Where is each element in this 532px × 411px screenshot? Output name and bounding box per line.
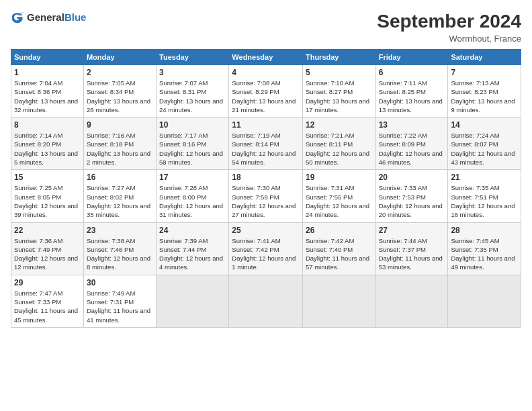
day-number: 3	[159, 68, 226, 77]
day-number: 22	[14, 226, 81, 235]
day-info: Sunrise: 7:21 AMSunset: 8:11 PMDaylight:…	[306, 132, 369, 166]
table-row: 17 Sunrise: 7:28 AMSunset: 8:00 PMDaylig…	[157, 170, 229, 222]
day-number: 28	[451, 226, 518, 235]
day-number: 23	[87, 226, 153, 235]
table-row: 22 Sunrise: 7:36 AMSunset: 7:49 PMDaylig…	[11, 222, 84, 275]
table-row: 29 Sunrise: 7:47 AMSunset: 7:33 PMDaylig…	[11, 275, 84, 327]
calendar-week-row: 15 Sunrise: 7:25 AMSunset: 8:05 PMDaylig…	[11, 170, 521, 222]
day-number: 11	[232, 120, 300, 130]
day-info: Sunrise: 7:49 AMSunset: 7:31 PMDaylight:…	[87, 289, 150, 324]
calendar-week-row: 8 Sunrise: 7:14 AMSunset: 8:20 PMDayligh…	[11, 118, 521, 170]
table-row: 4 Sunrise: 7:08 AMSunset: 8:29 PMDayligh…	[229, 65, 303, 118]
header-monday: Monday	[83, 50, 156, 65]
table-row: 1 Sunrise: 7:04 AMSunset: 8:36 PMDayligh…	[11, 65, 84, 118]
table-row	[302, 275, 375, 327]
table-row: 25 Sunrise: 7:41 AMSunset: 7:42 PMDaylig…	[229, 222, 303, 275]
table-row: 14 Sunrise: 7:24 AMSunset: 8:07 PMDaylig…	[448, 118, 521, 170]
day-number: 25	[232, 226, 300, 235]
table-row	[375, 275, 448, 327]
day-number: 13	[379, 120, 445, 130]
day-number: 9	[87, 120, 153, 130]
day-info: Sunrise: 7:45 AMSunset: 7:35 PMDaylight:…	[451, 237, 515, 271]
day-number: 6	[379, 68, 445, 77]
table-row: 21 Sunrise: 7:35 AMSunset: 7:51 PMDaylig…	[448, 170, 521, 222]
day-number: 14	[451, 120, 518, 130]
table-row: 23 Sunrise: 7:38 AMSunset: 7:46 PMDaylig…	[83, 222, 156, 275]
day-number: 29	[14, 278, 81, 287]
day-number: 12	[306, 120, 373, 130]
calendar-page: GeneralBlue September 2024 Wormhout, Fra…	[0, 0, 532, 411]
day-info: Sunrise: 7:17 AMSunset: 8:16 PMDaylight:…	[159, 132, 223, 166]
day-info: Sunrise: 7:31 AMSunset: 7:55 PMDaylight:…	[306, 184, 369, 218]
table-row: 11 Sunrise: 7:19 AMSunset: 8:14 PMDaylig…	[229, 118, 303, 170]
day-number: 26	[306, 226, 373, 235]
day-number: 4	[232, 68, 300, 77]
day-number: 21	[451, 173, 518, 182]
table-row: 13 Sunrise: 7:22 AMSunset: 8:09 PMDaylig…	[375, 118, 448, 170]
table-row: 2 Sunrise: 7:05 AMSunset: 8:34 PMDayligh…	[83, 65, 156, 118]
day-number: 27	[379, 226, 445, 235]
day-number: 18	[232, 173, 300, 182]
table-row: 10 Sunrise: 7:17 AMSunset: 8:16 PMDaylig…	[157, 118, 229, 170]
table-row: 7 Sunrise: 7:13 AMSunset: 8:23 PMDayligh…	[448, 65, 521, 118]
table-row: 15 Sunrise: 7:25 AMSunset: 8:05 PMDaylig…	[11, 170, 84, 222]
table-row: 28 Sunrise: 7:45 AMSunset: 7:35 PMDaylig…	[448, 222, 521, 275]
day-number: 15	[14, 173, 81, 182]
calendar-week-row: 1 Sunrise: 7:04 AMSunset: 8:36 PMDayligh…	[11, 65, 521, 118]
table-row	[448, 275, 521, 327]
header-tuesday: Tuesday	[157, 50, 229, 65]
day-info: Sunrise: 7:05 AMSunset: 8:34 PMDaylight:…	[87, 79, 150, 113]
location-subtitle: Wormhout, France	[377, 34, 521, 44]
table-row: 5 Sunrise: 7:10 AMSunset: 8:27 PMDayligh…	[302, 65, 375, 118]
table-row: 9 Sunrise: 7:16 AMSunset: 8:18 PMDayligh…	[83, 118, 156, 170]
day-number: 5	[306, 68, 373, 77]
header: GeneralBlue September 2024 Wormhout, Fra…	[11, 11, 521, 44]
day-info: Sunrise: 7:28 AMSunset: 8:00 PMDaylight:…	[159, 184, 223, 218]
table-row	[229, 275, 303, 327]
table-row: 30 Sunrise: 7:49 AMSunset: 7:31 PMDaylig…	[83, 275, 156, 327]
logo-icon	[11, 11, 24, 24]
day-info: Sunrise: 7:35 AMSunset: 7:51 PMDaylight:…	[451, 184, 515, 218]
day-info: Sunrise: 7:36 AMSunset: 7:49 PMDaylight:…	[14, 237, 78, 271]
day-info: Sunrise: 7:08 AMSunset: 8:29 PMDaylight:…	[232, 79, 296, 113]
day-info: Sunrise: 7:11 AMSunset: 8:25 PMDaylight:…	[379, 79, 443, 113]
month-title: September 2024	[377, 11, 521, 32]
day-info: Sunrise: 7:27 AMSunset: 8:02 PMDaylight:…	[87, 184, 150, 218]
table-row: 8 Sunrise: 7:14 AMSunset: 8:20 PMDayligh…	[11, 118, 84, 170]
table-row: 6 Sunrise: 7:11 AMSunset: 8:25 PMDayligh…	[375, 65, 448, 118]
day-info: Sunrise: 7:24 AMSunset: 8:07 PMDaylight:…	[451, 132, 515, 166]
title-block: September 2024 Wormhout, France	[377, 11, 521, 44]
day-number: 2	[87, 68, 153, 77]
calendar-week-row: 29 Sunrise: 7:47 AMSunset: 7:33 PMDaylig…	[11, 275, 521, 327]
day-info: Sunrise: 7:04 AMSunset: 8:36 PMDaylight:…	[14, 79, 78, 113]
calendar-table: Sunday Monday Tuesday Wednesday Thursday…	[11, 49, 521, 328]
table-row: 26 Sunrise: 7:42 AMSunset: 7:40 PMDaylig…	[302, 222, 375, 275]
day-info: Sunrise: 7:16 AMSunset: 8:18 PMDaylight:…	[87, 132, 150, 166]
day-number: 20	[379, 173, 445, 182]
day-info: Sunrise: 7:41 AMSunset: 7:42 PMDaylight:…	[232, 237, 296, 271]
header-saturday: Saturday	[448, 50, 521, 65]
day-info: Sunrise: 7:33 AMSunset: 7:53 PMDaylight:…	[379, 184, 443, 218]
day-info: Sunrise: 7:39 AMSunset: 7:44 PMDaylight:…	[159, 237, 223, 271]
day-info: Sunrise: 7:14 AMSunset: 8:20 PMDaylight:…	[14, 132, 78, 166]
table-row	[157, 275, 229, 327]
day-info: Sunrise: 7:30 AMSunset: 7:58 PMDaylight:…	[232, 184, 296, 218]
header-wednesday: Wednesday	[229, 50, 303, 65]
day-number: 1	[14, 68, 81, 77]
logo-text: GeneralBlue	[27, 11, 86, 24]
table-row: 16 Sunrise: 7:27 AMSunset: 8:02 PMDaylig…	[83, 170, 156, 222]
table-row: 19 Sunrise: 7:31 AMSunset: 7:55 PMDaylig…	[302, 170, 375, 222]
day-info: Sunrise: 7:42 AMSunset: 7:40 PMDaylight:…	[306, 237, 369, 271]
day-info: Sunrise: 7:22 AMSunset: 8:09 PMDaylight:…	[379, 132, 443, 166]
day-info: Sunrise: 7:07 AMSunset: 8:31 PMDaylight:…	[159, 79, 223, 113]
header-friday: Friday	[375, 50, 448, 65]
day-number: 30	[87, 278, 153, 287]
day-number: 19	[306, 173, 373, 182]
logo: GeneralBlue	[11, 11, 86, 24]
weekday-header-row: Sunday Monday Tuesday Wednesday Thursday…	[11, 50, 521, 65]
table-row: 24 Sunrise: 7:39 AMSunset: 7:44 PMDaylig…	[157, 222, 229, 275]
day-info: Sunrise: 7:13 AMSunset: 8:23 PMDaylight:…	[451, 79, 515, 113]
table-row: 27 Sunrise: 7:44 AMSunset: 7:37 PMDaylig…	[375, 222, 448, 275]
day-info: Sunrise: 7:38 AMSunset: 7:46 PMDaylight:…	[87, 237, 150, 271]
day-info: Sunrise: 7:44 AMSunset: 7:37 PMDaylight:…	[379, 237, 443, 271]
